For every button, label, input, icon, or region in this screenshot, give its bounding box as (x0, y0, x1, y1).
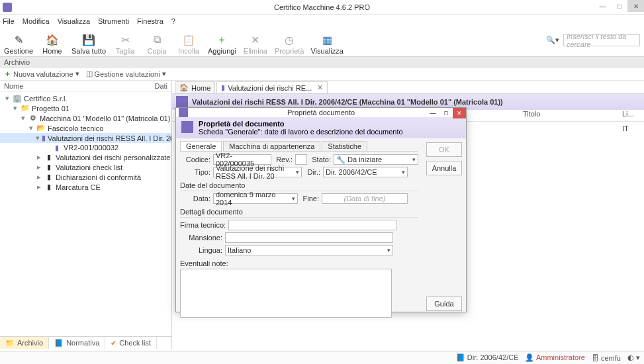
dialog-banner-sub: Scheda "Generale": date di lavoro e desc… (199, 128, 403, 136)
company-icon: 🏢 (13, 95, 22, 103)
tree-val-check[interactable]: ▸▮Valutazioni check list (0, 162, 171, 172)
dialog-titlebar[interactable]: Proprietà documento — □ ✕ (176, 108, 466, 117)
window-titlebar: Certifico Macchine 4.6.2 PRO — □ ✕ (0, 0, 644, 15)
ribbon-proprieta[interactable]: ◷Proprietà (275, 33, 304, 55)
lbl-dir: Dir.: (304, 168, 320, 176)
gear-icon: ✎ (12, 33, 25, 46)
dialog-minimize[interactable]: — (426, 108, 439, 118)
lbl-fine: Fine: (300, 195, 319, 203)
ribbon-salva[interactable]: 💾Salva tutto (71, 33, 106, 55)
tree-col-dati[interactable]: Dati (154, 82, 167, 90)
ce-icon: ▮ (44, 183, 54, 191)
lbl-mansione: Mansione: (180, 234, 222, 242)
input-data[interactable]: domenica 9 marzo 2014▾ (213, 193, 298, 204)
status-zoom-icon[interactable]: ◐ ▾ (627, 353, 640, 362)
project-icon: 📁 (21, 105, 30, 113)
law-icon: 📘 (54, 339, 64, 347)
tree-root[interactable]: ▾🏢Certifico S.r.l.(+39 075 (0, 93, 171, 103)
tree-col-nome[interactable]: Nome (4, 82, 23, 90)
window-title: Certifico Macchine 4.6.2 PRO (274, 3, 370, 11)
nuova-valutazione-button[interactable]: ＋Nuova valutazione▾ (4, 69, 79, 79)
tab-home[interactable]: 🏠Home (175, 81, 215, 93)
ribbon-elimina[interactable]: ✕Elimina (243, 33, 268, 55)
tree-macchina[interactable]: ▾⚙Macchina 01 "Modello 01" (Matricola 01… (0, 113, 171, 123)
tree-fascicolo[interactable]: ▾📂Fascicolo tecnico (0, 123, 171, 133)
dlg-tab-stat[interactable]: Statistiche (322, 141, 367, 151)
add-icon: ＋ (215, 33, 228, 46)
gestione-valutazioni-button[interactable]: ◫Gestione valutazioni▾ (86, 69, 166, 78)
select-stato[interactable]: 🔧 Da iniziare▾ (334, 154, 418, 165)
ribbon-gestione[interactable]: ✎Gestione (4, 33, 33, 55)
menu-finestra[interactable]: Finestra (137, 17, 163, 25)
machine-icon: ⚙ (28, 114, 38, 122)
app-icon (3, 3, 12, 12)
close-button[interactable]: ✕ (627, 0, 644, 12)
btab-normativa[interactable]: 📘Normativa (49, 337, 105, 349)
dialog-maximize[interactable]: □ (439, 108, 453, 118)
lbl-note: Eventuali note: (180, 259, 418, 267)
input-rev[interactable] (295, 154, 307, 165)
ribbon-home[interactable]: 🏠Home (40, 33, 65, 55)
copy-icon: ⧉ (150, 33, 163, 46)
select-lingua[interactable]: Italiano▾ (225, 245, 393, 255)
lbl-stato: Stato: (310, 156, 331, 163)
btab-archivio[interactable]: 📁Archivio (0, 337, 49, 349)
input-fine[interactable]: (Data di fine) (322, 193, 408, 204)
ribbon-visualizza[interactable]: ▦Visualizza (310, 33, 343, 55)
maximize-button[interactable]: □ (611, 0, 627, 12)
menu-modifica[interactable]: Modifica (23, 17, 50, 25)
tree-dich[interactable]: ▸▮Dichiarazioni di conformità (0, 172, 171, 182)
tree-val-ress[interactable]: ▾▮Valutazioni dei rischi RESS All. I Dir… (0, 133, 171, 143)
dialog-icon (179, 108, 188, 117)
menu-help[interactable]: ? (171, 17, 175, 25)
search-icon[interactable]: 🔍▾ (546, 36, 559, 44)
lbl-rev: Rev.: (274, 156, 293, 163)
tree-val-pers[interactable]: ▸▮Valutazioni dei rischi personalizzate (0, 152, 171, 162)
textarea-note[interactable] (180, 269, 392, 318)
menu-visualizza[interactable]: Visualizza (58, 17, 90, 25)
menu-bar: File Modifica Visualizza Strumenti Fines… (0, 15, 644, 28)
lbl-firma: Firma tecnico: (180, 221, 226, 229)
dialog-form: Generale Macchina di appartenenza Statis… (176, 138, 422, 320)
ribbon-aggiungi[interactable]: ＋Aggiungi (208, 33, 236, 55)
dlg-tab-macchina[interactable]: Macchina di appartenenza (223, 141, 320, 151)
col-li[interactable]: Li... (622, 110, 642, 121)
lbl-codice: Codice: (180, 156, 210, 163)
tree-vr-code[interactable]: ▮VR2-001/000032 (0, 143, 171, 152)
tab-valutazioni[interactable]: ▮Valutazioni dei rischi RE...✕ (216, 81, 328, 93)
section-dettagli: Dettagli documento (180, 208, 418, 216)
ribbon-copia[interactable]: ⧉Copia (144, 33, 169, 55)
menu-strumenti[interactable]: Strumenti (98, 17, 129, 25)
archivio-bar: Archivio (0, 57, 644, 68)
lbl-data: Data: (180, 195, 210, 203)
dlg-tab-generale[interactable]: Generale (180, 141, 222, 151)
input-codice[interactable]: VR2-002/000035 (213, 154, 271, 165)
doc-icon: ▮ (42, 134, 46, 142)
folder-icon: 📂 (36, 124, 46, 132)
col-titolo[interactable]: Titolo (523, 110, 622, 121)
ok-button[interactable]: OK (426, 142, 462, 157)
ribbon-taglia[interactable]: ✂Taglia (113, 33, 138, 55)
menu-file[interactable]: File (3, 17, 15, 25)
manage-icon: ◫ (86, 69, 93, 78)
toolbar2: ＋Nuova valutazione▾ ◫Gestione valutazion… (0, 68, 644, 81)
input-mansione[interactable] (225, 232, 393, 243)
tab-close-icon[interactable]: ✕ (317, 83, 323, 92)
minimize-button[interactable]: — (594, 0, 611, 12)
doc-icon: ▮ (52, 144, 62, 152)
btab-checklist[interactable]: ✔Check list (105, 337, 157, 349)
tree-progetto[interactable]: ▾📁Progetto 01 (0, 103, 171, 113)
input-firma[interactable] (228, 220, 396, 230)
check-icon: ✔ (111, 339, 116, 347)
guida-button[interactable]: Guida (426, 296, 462, 311)
dialog-close[interactable]: ✕ (453, 108, 466, 118)
ribbon-incolla[interactable]: 📋Incolla (176, 33, 201, 55)
annulla-button[interactable]: Annulla (426, 161, 462, 175)
search-input[interactable]: Inserisci il testo da cercare (563, 34, 640, 46)
tree[interactable]: ▾🏢Certifico S.r.l.(+39 075 ▾📁Progetto 01… (0, 92, 171, 336)
status-dir: 📘 Dir. 2006/42/CE (456, 353, 519, 362)
doc-icon: ▮ (44, 163, 54, 171)
save-icon: 💾 (82, 33, 95, 46)
tree-marc[interactable]: ▸▮Marcatura CE (0, 182, 171, 192)
tree-bottom-tabs: 📁Archivio 📘Normativa ✔Check list (0, 336, 171, 349)
